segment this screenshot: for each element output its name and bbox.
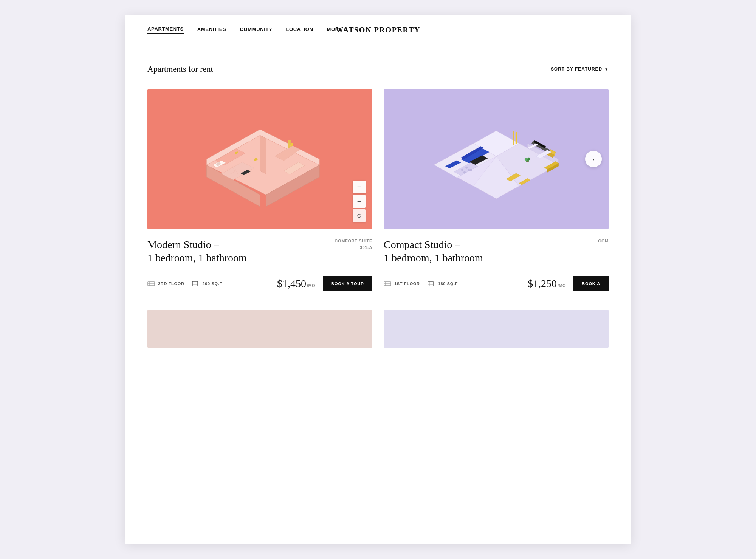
sqft-icon — [192, 281, 198, 286]
zoom-out-button[interactable]: − — [353, 195, 366, 208]
apt-sqft-meta-1: 200 SQ.F — [192, 281, 222, 286]
zoom-controls-1: + − ⊙ — [353, 181, 366, 222]
svg-point-49 — [463, 171, 466, 173]
page-header: Apartments for rent SORT BY FEATURED ▼ — [147, 64, 609, 74]
preview-card-2 — [384, 310, 609, 348]
book-tour-button-1[interactable]: BOOK A TOUR — [323, 276, 372, 291]
apt-footer-2: 1ST FLOOR 180 SQ.F — [384, 272, 609, 295]
apt-suite-1: COMFORT SUITE 301-A — [335, 238, 372, 250]
apt-info-1: Modern Studio – 1 bedroom, 1 bathroom CO… — [147, 229, 372, 299]
apartments-grid: + − ⊙ Modern Studio – 1 bedroom, 1 bathr… — [147, 89, 609, 299]
page-title: Apartments for rent — [147, 64, 213, 74]
apt-floor-meta-1: 3RD FLOOR — [147, 281, 184, 286]
svg-point-50 — [468, 169, 470, 171]
floorplan-svg-2 — [401, 100, 592, 219]
next-arrow-button[interactable]: › — [585, 151, 602, 167]
sort-arrow-icon: ▼ — [604, 67, 609, 71]
sqft-icon-2 — [428, 281, 434, 286]
floor-icon — [147, 281, 155, 286]
apt-price-book-1: $1,450 /MO BOOK A TOUR — [277, 276, 372, 291]
svg-point-47 — [465, 166, 468, 168]
svg-point-48 — [469, 168, 472, 171]
svg-rect-60 — [527, 161, 528, 162]
apt-price-book-2: $1,250 /MO BOOK A — [528, 276, 609, 291]
apt-suite-2: COM — [598, 238, 609, 244]
svg-point-46 — [461, 168, 463, 171]
apt-floor-meta-2: 1ST FLOOR — [384, 281, 420, 286]
nav-community[interactable]: COMMUNITY — [240, 26, 272, 34]
floor-icon-2 — [384, 281, 391, 286]
svg-rect-39 — [515, 132, 517, 144]
apt-info-2: Compact Studio – 1 bedroom, 1 bathroom C… — [384, 229, 609, 299]
svg-rect-67 — [428, 281, 433, 286]
svg-point-58 — [524, 158, 527, 160]
apt-floorplan-lavender: › — [384, 89, 609, 229]
svg-point-59 — [527, 158, 530, 160]
apt-image-2: › — [384, 89, 609, 229]
book-tour-button-2[interactable]: BOOK A — [573, 276, 609, 291]
floorplan-svg-1 — [164, 100, 356, 219]
svg-rect-38 — [513, 131, 514, 145]
main-content: Apartments for rent SORT BY FEATURED ▼ — [125, 45, 631, 371]
preview-card-1 — [147, 310, 372, 348]
apt-price-2: $1,250 /MO — [528, 278, 566, 290]
apartment-card-1: + − ⊙ Modern Studio – 1 bedroom, 1 bathr… — [147, 89, 372, 299]
apt-price-1: $1,450 /MO — [277, 278, 315, 290]
apt-title-2: Compact Studio – 1 bedroom, 1 bathroom — [384, 238, 483, 264]
preview-row — [147, 310, 609, 348]
zoom-in-button[interactable]: + — [353, 181, 366, 193]
brand-logo: WATSON PROPERTY — [336, 26, 420, 34]
apt-title-row-2: Compact Studio – 1 bedroom, 1 bathroom C… — [384, 238, 609, 264]
apt-title-1: Modern Studio – 1 bedroom, 1 bathroom — [147, 238, 247, 264]
nav-apartments[interactable]: APARTMENTS — [147, 26, 184, 34]
nav-amenities[interactable]: AMENITIES — [197, 26, 226, 34]
apt-floorplan-salmon — [147, 89, 372, 229]
main-nav: APARTMENTS AMENITIES COMMUNITY LOCATION … — [125, 15, 631, 45]
apartment-card-2: › Compact Studio – 1 bedroom, 1 bathroom… — [384, 89, 609, 299]
svg-marker-9 — [260, 135, 266, 174]
apt-sqft-meta-2: 180 SQ.F — [428, 281, 458, 286]
browser-window: APARTMENTS AMENITIES COMMUNITY LOCATION … — [125, 15, 631, 544]
apt-title-row-1: Modern Studio – 1 bedroom, 1 bathroom CO… — [147, 238, 372, 264]
apt-footer-1: 3RD FLOOR 200 SQ.F — [147, 272, 372, 295]
nav-location[interactable]: LOCATION — [286, 26, 313, 34]
reset-view-button[interactable]: ⊙ — [353, 209, 366, 222]
sort-control[interactable]: SORT BY FEATURED ▼ — [551, 66, 609, 72]
apt-image-1: + − ⊙ — [147, 89, 372, 229]
svg-rect-24 — [192, 281, 198, 286]
